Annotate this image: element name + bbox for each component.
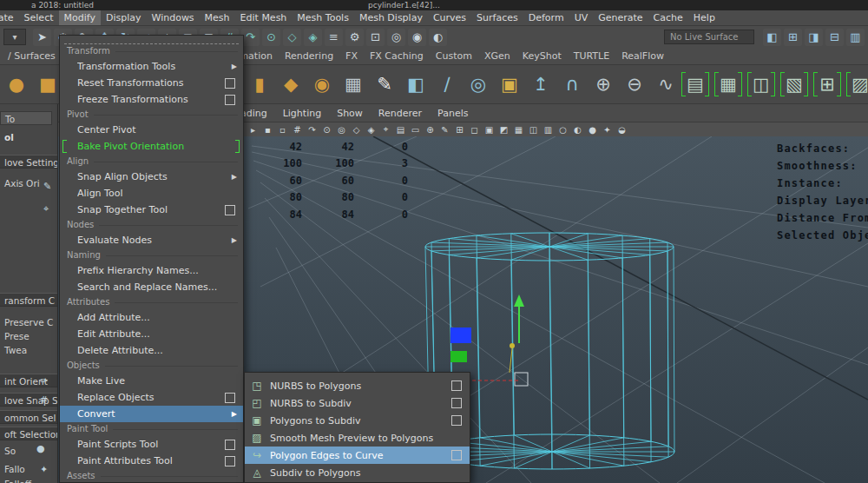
selection-mode-dropdown[interactable]: ▾	[3, 29, 26, 45]
menu-item-freeze-transformations[interactable]: Freeze Transformations	[60, 91, 243, 108]
menu-select[interactable]: Select	[19, 10, 59, 25]
snap-curve-icon[interactable]: ↷	[306, 124, 319, 136]
shelf-tab-turtle[interactable]: TURTLE	[568, 50, 615, 62]
menu-create[interactable]: Create	[0, 10, 19, 25]
shelf-tab-fx-caching[interactable]: FX Caching	[364, 50, 430, 62]
torus-primitive-icon[interactable]: ◉	[307, 69, 337, 99]
single-pane-layout-icon[interactable]: ◧	[763, 29, 781, 46]
live-surface-field[interactable]: No Live Surface	[664, 30, 754, 44]
menu-windows[interactable]: Windows	[147, 10, 200, 25]
select-by-object-icon[interactable]: ▪	[261, 124, 274, 136]
menu-item-edit-attribute[interactable]: Edit Attribute...	[60, 326, 243, 342]
select-by-component-icon[interactable]: ▫	[276, 124, 289, 136]
option-box[interactable]	[451, 380, 462, 391]
menu-item-add-attribute[interactable]: Add Attribute...	[60, 309, 243, 326]
shelf-tab-xgen[interactable]: XGen	[478, 50, 516, 62]
remesh-icon[interactable]: ⊞	[812, 69, 842, 99]
split-layout-icon[interactable]: ▥	[846, 29, 865, 46]
make-live-icon[interactable]: ◈	[304, 29, 322, 46]
bridge-icon[interactable]: ∩	[557, 69, 587, 99]
pan-zoom-icon[interactable]: ⊕	[424, 124, 437, 136]
menu-item-bake-pivot-orientation[interactable]: Bake Pivot Orientation	[60, 138, 243, 155]
sphere-primitive-icon[interactable]: ●	[2, 69, 31, 99]
multi-cut-icon[interactable]: ∕	[432, 69, 462, 99]
option-box[interactable]	[225, 78, 235, 89]
pencil-curve-icon[interactable]: ✎	[370, 69, 399, 99]
image-plane-icon[interactable]: ▭	[409, 124, 422, 136]
shelf-tab-fx[interactable]: FX	[339, 50, 364, 62]
shelf-tab-custom[interactable]: Custom	[430, 50, 478, 62]
submenu-item-nurbs-to-subdiv[interactable]: ◰NURBS to Subdiv	[245, 394, 470, 412]
snap-view-plane-icon[interactable]: ◇	[350, 124, 363, 136]
retopologize-icon[interactable]: ▨	[845, 69, 868, 99]
option-box[interactable]	[451, 398, 462, 408]
grease-pencil-icon[interactable]: ✎	[438, 124, 451, 136]
menu-deform[interactable]: Deform	[523, 10, 569, 25]
snap-point-icon[interactable]: ⊙	[262, 29, 280, 46]
render-view-layout-icon[interactable]: ⊟	[825, 29, 844, 46]
ipr-render-icon[interactable]: ◐	[429, 29, 447, 46]
panel-menu-renderer[interactable]: Renderer	[371, 108, 430, 119]
wireframe-icon[interactable]: ○	[556, 124, 569, 136]
option-box[interactable]	[225, 393, 235, 403]
bookmark-icon[interactable]: ▤	[394, 124, 407, 136]
shadows-icon[interactable]: ◒	[615, 124, 628, 136]
menu-item-search-and-replace-names[interactable]: Search and Replace Names...	[60, 279, 243, 295]
cube-primitive-icon[interactable]: ■	[33, 69, 62, 99]
panel-menu-lighting[interactable]: Lighting	[275, 108, 329, 119]
submenu-item-polygon-edges-to-curve[interactable]: ↪Polygon Edges to Curve	[245, 447, 470, 464]
submenu-item-polygons-to-subdiv[interactable]: ▣Polygons to Subdiv	[245, 412, 470, 429]
menu-generate[interactable]: Generate	[593, 10, 648, 25]
safe-title-icon[interactable]: ▥	[542, 124, 555, 136]
target-weld-icon[interactable]: ◎	[464, 69, 493, 99]
option-box[interactable]	[451, 415, 462, 426]
menu-help[interactable]: Help	[688, 10, 720, 25]
menu-item-center-pivot[interactable]: Center Pivot	[60, 122, 243, 138]
menu-item-snap-align-objects[interactable]: Snap Align Objects▶	[60, 169, 243, 185]
menu-item-paint-scripts-tool[interactable]: Paint Scripts Tool	[60, 436, 243, 453]
tool-settings-row-int-orient[interactable]: int Orient	[0, 374, 57, 387]
shelf-tab-keyshot[interactable]: KeyShot	[516, 50, 568, 62]
option-box[interactable]	[225, 440, 235, 450]
type-tool-icon[interactable]: ▦	[713, 69, 743, 99]
target-icon[interactable]: ⌖	[43, 203, 49, 215]
tool-settings-row-love-setting[interactable]: love Setting	[0, 155, 57, 169]
menu-uv[interactable]: UV	[569, 10, 594, 25]
submenu-item-smooth-mesh-preview-to-polygons[interactable]: ▨Smooth Mesh Preview to Polygons	[245, 429, 470, 447]
menu-display[interactable]: Display	[101, 10, 147, 25]
tool-settings-row-love-snap-s[interactable]: love Snap S	[0, 393, 57, 407]
construction-history-icon[interactable]: ⚙	[345, 29, 364, 46]
extrude-icon[interactable]: ↥	[526, 69, 556, 99]
menu-mesh-tools[interactable]: Mesh Tools	[292, 10, 354, 25]
submenu-item-nurbs-to-polygons[interactable]: ◳NURBS to Polygons	[245, 377, 470, 394]
shelf-tab-realflow[interactable]: RealFlow	[615, 50, 670, 62]
smooth-icon[interactable]: ∿	[651, 69, 681, 99]
menu-item-paint-attributes-tool[interactable]: Paint Attributes Tool	[60, 453, 243, 469]
tool-settings-row-ransform-c[interactable]: ransform C	[0, 293, 57, 307]
option-box[interactable]	[225, 205, 235, 215]
menu-item-transformation-tools[interactable]: Transformation Tools▶	[60, 58, 243, 75]
menu-item-convert[interactable]: Convert▶	[60, 406, 243, 422]
menu-item-prefix-hierarchy-names[interactable]: Prefix Hierarchy Names...	[60, 262, 243, 279]
cylinder-primitive-icon[interactable]: ▮	[245, 69, 274, 99]
sweep-mesh-icon[interactable]: ◫	[746, 69, 776, 99]
menu-edit-mesh[interactable]: Edit Mesh	[235, 10, 293, 25]
safe-action-icon[interactable]: ◫	[527, 124, 540, 136]
menu-curves[interactable]: Curves	[428, 10, 471, 25]
snap-curve-icon[interactable]: ↷	[241, 29, 260, 46]
hypershade-layout-icon[interactable]: ◨	[805, 29, 823, 46]
textured-icon[interactable]: ●	[586, 124, 599, 136]
quad-draw-icon[interactable]: ◧	[401, 69, 431, 99]
tool-settings-row-oft-selection[interactable]: oft Selection	[0, 427, 57, 440]
menu-item-replace-objects[interactable]: Replace Objects	[60, 389, 243, 406]
combine-icon[interactable]: ⊕	[589, 69, 618, 99]
film-gate-icon[interactable]: ◻	[468, 124, 481, 136]
menu-surfaces[interactable]: Surfaces	[471, 10, 523, 25]
snap-point-icon[interactable]: ⊙	[320, 124, 333, 136]
select-by-hierarchy-icon[interactable]: ▸	[247, 124, 260, 136]
menu-mesh[interactable]: Mesh	[200, 10, 235, 25]
gate-mask-icon[interactable]: ◩	[497, 124, 510, 136]
tool-settings-row-ommon-sel[interactable]: ommon Sel	[0, 410, 57, 424]
menu-item-snap-together-tool[interactable]: Snap Together Tool	[60, 202, 243, 218]
falloff-icon[interactable]: ✦	[40, 464, 48, 475]
